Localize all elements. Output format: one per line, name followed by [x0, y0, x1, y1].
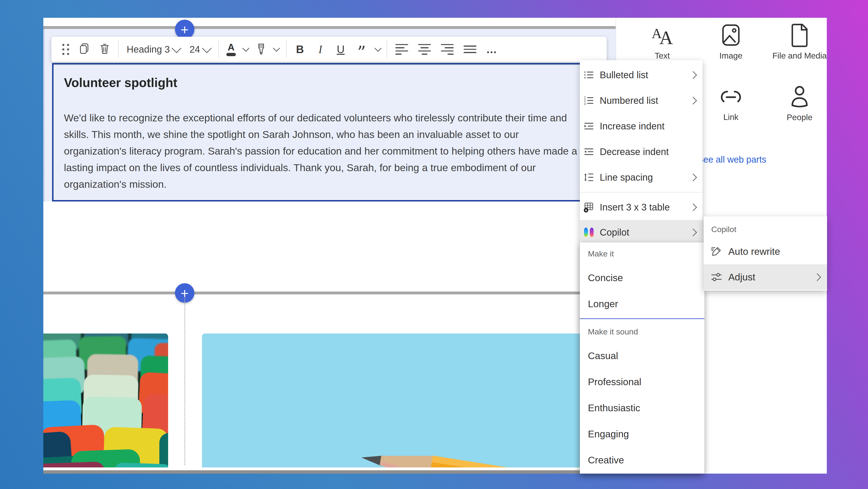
- webpart-item-image[interactable]: Image: [700, 23, 762, 60]
- link-webpart-icon: [700, 85, 762, 109]
- copilot-icon: [583, 227, 594, 238]
- webpart-item-link[interactable]: Link: [700, 85, 762, 122]
- italic-button[interactable]: I: [310, 39, 331, 59]
- see-all-web-parts-link[interactable]: See all web parts: [697, 154, 767, 165]
- menu-item-concise[interactable]: Concise: [580, 265, 704, 291]
- drag-handle-icon[interactable]: [58, 39, 74, 59]
- highlight-split-chevron[interactable]: [271, 39, 279, 59]
- menu-item-professional[interactable]: Professional: [580, 369, 704, 395]
- menu-item-label: Auto rewrite: [728, 246, 824, 257]
- copilot-submenu-title: Copilot: [704, 220, 827, 239]
- adjust-submenu: Make it Concise Longer Make it sound Cas…: [580, 242, 704, 473]
- auto-rewrite-icon: [710, 245, 723, 258]
- menu-item-label: Insert 3 x 3 table: [600, 202, 690, 212]
- menu-item-bulleted-list[interactable]: Bulleted list: [580, 62, 703, 88]
- submenu-separator: [580, 318, 704, 319]
- chevron-right-icon: [813, 273, 821, 281]
- chevron-down-icon: [202, 43, 212, 53]
- section-divider-top: [43, 26, 616, 29]
- menu-item-longer[interactable]: Longer: [580, 291, 704, 317]
- align-right-icon: [441, 44, 454, 55]
- format-more-chevron[interactable]: [372, 39, 380, 59]
- align-justify-button[interactable]: [459, 39, 482, 59]
- menu-item-label: Numbered list: [600, 95, 690, 106]
- chevron-right-icon: [689, 229, 697, 236]
- highlighter-icon: [255, 43, 267, 56]
- pencil-image-webpart[interactable]: [202, 334, 606, 467]
- align-center-icon: [418, 44, 431, 55]
- duplicate-button[interactable]: [74, 39, 94, 59]
- toolbar-more-button[interactable]: …: [482, 39, 503, 59]
- menu-item-label: Copilot: [600, 227, 690, 238]
- section-left-dashed-border: [44, 29, 44, 201]
- align-center-button[interactable]: [413, 39, 436, 59]
- font-size-value: 24: [189, 44, 200, 55]
- menu-item-creative[interactable]: Creative: [580, 447, 704, 473]
- menu-item-casual[interactable]: Casual: [580, 343, 704, 369]
- webpart-item-text[interactable]: AA Text: [631, 23, 693, 60]
- people-webpart-icon: [769, 84, 830, 109]
- quote-icon: ”: [357, 49, 366, 56]
- menu-item-enthusiastic[interactable]: Enthusiastic: [580, 395, 704, 421]
- text-style-dropdown[interactable]: Heading 3: [122, 39, 185, 59]
- menu-item-line-spacing[interactable]: Line spacing: [580, 165, 703, 190]
- delete-button[interactable]: [94, 39, 115, 59]
- add-section-button-top[interactable]: +: [175, 20, 194, 39]
- font-color-split-chevron[interactable]: [240, 39, 248, 59]
- bulleted-list-icon: [583, 69, 594, 81]
- copilot-submenu: Copilot Auto rewrite Adjust: [704, 217, 827, 291]
- numbered-list-icon: 123: [583, 95, 594, 106]
- decrease-indent-icon: [583, 146, 594, 157]
- chevron-down-icon: [273, 45, 280, 52]
- menu-item-label: Increase indent: [600, 121, 700, 132]
- blockquote-button[interactable]: ”: [351, 39, 372, 59]
- font-color-button[interactable]: A: [222, 39, 240, 59]
- more-ellipsis-icon: …: [486, 43, 498, 56]
- chevron-right-icon: [689, 71, 697, 79]
- highlight-button[interactable]: [252, 39, 271, 59]
- webpart-paragraph: We'd like to recognize the exceptional e…: [64, 110, 583, 193]
- menu-item-label: Line spacing: [600, 172, 690, 183]
- menu-item-decrease-indent[interactable]: Decrease indent: [580, 139, 703, 165]
- file-media-webpart-icon: [769, 23, 830, 48]
- align-right-button[interactable]: [436, 39, 459, 59]
- align-justify-icon: [464, 46, 476, 53]
- trash-icon: [99, 43, 110, 56]
- menu-item-adjust[interactable]: Adjust: [704, 264, 827, 290]
- increase-indent-icon: [583, 120, 594, 132]
- column-dashed-divider: [184, 297, 185, 465]
- webpart-item-people[interactable]: People: [769, 84, 830, 122]
- section-header-make-it-sound: Make it sound: [580, 320, 704, 343]
- menu-item-label: Adjust: [728, 271, 814, 283]
- webpart-heading: Volunteer spotlight: [64, 76, 575, 90]
- duplicate-icon: [79, 43, 90, 56]
- webpart-label: People: [769, 113, 830, 122]
- text-webpart-icon: AA: [631, 23, 693, 48]
- webpart-label: Image: [700, 51, 762, 60]
- svg-text:A: A: [659, 27, 673, 48]
- chairs-image-webpart[interactable]: [43, 334, 168, 467]
- menu-item-numbered-list[interactable]: 123 Numbered list: [580, 88, 703, 113]
- page-bottom-scrollbar[interactable]: [43, 470, 616, 473]
- webpart-label: File and Media: [769, 51, 830, 60]
- bold-button[interactable]: B: [290, 39, 310, 59]
- align-left-button[interactable]: [391, 39, 413, 59]
- chevron-down-icon: [172, 43, 181, 53]
- menu-item-label: Decrease indent: [600, 146, 700, 157]
- insert-table-icon: [583, 201, 594, 213]
- line-spacing-icon: [583, 172, 594, 183]
- menu-item-auto-rewrite[interactable]: Auto rewrite: [704, 239, 827, 264]
- font-size-dropdown[interactable]: 24: [185, 39, 215, 59]
- menu-item-increase-indent[interactable]: Increase indent: [580, 113, 703, 139]
- text-format-toolbar: Heading 3 24 A B I U ” …: [51, 37, 607, 62]
- menu-item-insert-table[interactable]: Insert 3 x 3 table: [580, 194, 703, 220]
- text-style-value: Heading 3: [127, 44, 170, 55]
- section-divider-middle: [43, 292, 616, 294]
- chevron-right-icon: [689, 97, 697, 105]
- menu-item-engaging[interactable]: Engaging: [580, 421, 704, 447]
- webpart-item-file-media[interactable]: File and Media: [769, 23, 830, 60]
- font-color-icon: A: [226, 42, 236, 56]
- align-left-icon: [395, 44, 408, 55]
- underline-button[interactable]: U: [331, 39, 351, 59]
- menu-item-copilot[interactable]: Copilot: [580, 220, 703, 244]
